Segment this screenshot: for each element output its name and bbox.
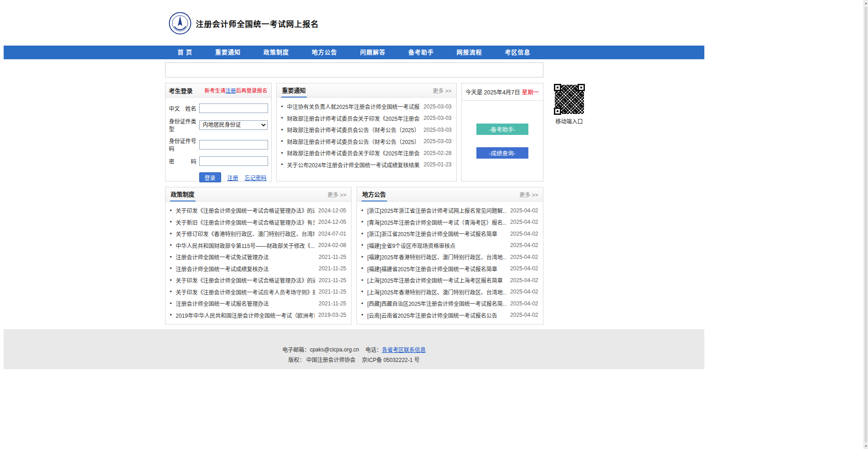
login-form: 中文 姓名 身份证件类型 内地居民身份证 身份证件号码 密 xyxy=(165,98,271,182)
important-notices-header: 重要通知 更多 >> xyxy=(277,83,456,98)
list-item: •[云南]云南省2025年注册会计师全国统一考试报名公告2025-04-02 xyxy=(362,310,538,321)
province-contact-link[interactable]: 各省考区联系信息 xyxy=(382,346,426,353)
main-nav: 首 页 重要通知 政策制度 地方公告 问题解答 备考助手 网报流程 考区信息 xyxy=(4,46,704,59)
list-item: •中注协有关负责人就2025年注册会计师全国统一考试报名相...2025-03-… xyxy=(281,101,452,113)
nav-registration-flow[interactable]: 网报流程 xyxy=(457,46,482,59)
qr-finder-icon xyxy=(554,84,561,91)
announcement-link[interactable]: [福建]福建省2025年注册会计师全国统一考试报名简章 xyxy=(367,265,507,273)
policies-list: •关于印发《注册会计师全国统一考试合格证管理办法》的通知2024-12-05 •… xyxy=(165,201,351,321)
policy-link[interactable]: 关于印发《注册会计师全国统一考试合格证管理办法》的通知 xyxy=(176,206,315,214)
nav-important-notices[interactable]: 重要通知 xyxy=(215,46,241,59)
list-item: •关于印发《注册会计师全国统一考试合格证管理办法》的通知2021-11-25 xyxy=(170,274,346,286)
login-button[interactable]: 登录 xyxy=(199,172,221,182)
important-notices-list: •中注协有关负责人就2025年注册会计师全国统一考试报名相...2025-03-… xyxy=(277,98,456,170)
nav-exam-region-info[interactable]: 考区信息 xyxy=(505,46,530,59)
policy-link[interactable]: 注册会计师全国统一考试报名管理办法 xyxy=(176,299,315,307)
announcement-link[interactable]: [浙江]2025年浙江省注册会计师考试网上报名常见问题解... xyxy=(367,206,507,214)
policy-date: 2021-11-25 xyxy=(319,277,346,284)
bullet-icon: • xyxy=(362,300,367,307)
notice-link[interactable]: 财政部注册会计师考试委员会公告（财考公告〔2025〕1号... xyxy=(287,126,420,134)
policy-link[interactable]: 注册会计师全国统一考试免试管理办法 xyxy=(176,253,315,261)
list-item: •注册会计师全国统一考试免试管理办法2021-11-25 xyxy=(170,251,346,263)
announcement-date: 2025-04-02 xyxy=(510,219,538,225)
announcement-link[interactable]: [西藏]西藏自治区2025年注册会计师全国统一考试报名简... xyxy=(367,299,507,307)
list-item: •2019年中华人民共和国注册会计师全国统一考试（欧洲考区...2019-03-… xyxy=(170,310,346,321)
score-query-button[interactable]: -成绩查询- xyxy=(476,147,528,159)
policy-link[interactable]: 注册会计师全国统一考试成绩复核办法 xyxy=(176,265,315,273)
list-item: •关于印发《注册会计师全国统一考试合格证管理办法》的通知2024-12-05 xyxy=(170,205,346,217)
notice-link[interactable]: 中注协有关负责人就2025年注册会计师全国统一考试报名相... xyxy=(287,103,420,110)
policy-date: 2024-07-01 xyxy=(318,231,346,237)
announcement-link[interactable]: [上海]2025年香港特别行政区、澳门特别行政区、台湾地... xyxy=(367,288,507,296)
policy-link[interactable]: 关于新旧《注册会计师全国统一考试合格证管理办法》有关衔接... xyxy=(176,218,315,226)
bullet-icon: • xyxy=(362,242,367,248)
page-scrollbar[interactable]: ▲ ▼ xyxy=(863,0,868,449)
notice-link[interactable]: 财政部注册会计师考试委员会关于印发《2025年注册会计师... xyxy=(287,114,420,122)
list-item: •[浙江]2025年浙江省注册会计师考试网上报名常见问题解...2025-04-… xyxy=(362,205,538,217)
site-header: 注册会计师全国统一考试网上报名 xyxy=(4,4,704,46)
policy-link[interactable]: 2019年中华人民共和国注册会计师全国统一考试（欧洲考区... xyxy=(176,311,315,319)
local-announcements-more-link[interactable]: 更多 >> xyxy=(519,191,538,198)
nav-faq[interactable]: 问题解答 xyxy=(360,46,386,59)
id-type-select[interactable]: 内地居民身份证 xyxy=(199,120,268,130)
announcement-date: 2025-04-02 xyxy=(510,277,538,284)
bullet-icon: • xyxy=(281,127,287,133)
id-number-input[interactable] xyxy=(199,140,268,150)
email-value: cpaks@cicpa.org.cn xyxy=(310,346,359,353)
announcement-date: 2025-04-02 xyxy=(510,300,538,307)
announcement-link[interactable]: [浙江]浙江省2025年注册会计师全国统一考试报名简章 xyxy=(367,230,507,237)
list-item: •[上海]2025年香港特别行政区、澳门特别行政区、台湾地...2025-04-… xyxy=(362,286,538,298)
nav-exam-helper[interactable]: 备考助手 xyxy=(408,46,434,59)
notice-suffix: 后再登录报名 xyxy=(236,88,268,93)
notice-link[interactable]: 财政部注册会计师考试委员会公告（财考公告〔2025〕2号... xyxy=(287,138,420,145)
list-item: •财政部注册会计师考试委员会公告（财考公告〔2025〕2号...2025-03-… xyxy=(281,136,452,148)
bullet-icon: • xyxy=(281,103,287,110)
policies-more-link[interactable]: 更多 >> xyxy=(327,191,346,198)
policy-link[interactable]: 关于印发《注册会计师全国统一考试应考人员考场守则》的通知 xyxy=(176,288,315,296)
main-content: 考生登录 新考生请注册后再登录报名 中文 姓名 身份证件类型 内地居民身份证 xyxy=(165,62,543,325)
bullet-icon: • xyxy=(170,289,176,295)
nav-policies[interactable]: 政策制度 xyxy=(264,46,289,59)
bullet-icon: • xyxy=(362,312,367,318)
exam-helper-button[interactable]: -备考助手- xyxy=(476,124,528,135)
bullet-icon: • xyxy=(281,138,287,145)
policy-link[interactable]: 中华人民共和国财政部令第115号——财政部关于修改《... xyxy=(176,242,315,249)
scrollbar-up-icon[interactable]: ▲ xyxy=(864,0,868,6)
list-item: •关于印发《注册会计师全国统一考试应考人员考场守则》的通知2021-11-25 xyxy=(170,286,346,298)
bullet-icon: • xyxy=(362,207,367,214)
policy-date: 2024-02-08 xyxy=(318,242,346,248)
notice-date: 2025-03-03 xyxy=(424,127,451,133)
scrollbar-thumb[interactable] xyxy=(864,6,868,443)
announcement-link[interactable]: [福建]全省9个设区市现场资格审核点 xyxy=(367,242,507,249)
policy-link[interactable]: 关于修订印发《香港特别行政区、澳门特别行政区、台湾地区居... xyxy=(176,230,315,237)
list-item: •财政部注册会计师考试委员会关于印发《2025年注册会计师...2025-02-… xyxy=(281,147,452,159)
policy-link[interactable]: 关于印发《注册会计师全国统一考试合格证管理办法》的通知 xyxy=(176,276,315,284)
register-link[interactable]: 注册 xyxy=(227,174,238,181)
bullet-icon: • xyxy=(362,231,367,237)
bullet-icon: • xyxy=(170,300,176,307)
list-item: •[西藏]西藏自治区2025年注册会计师全国统一考试报名简...2025-04-… xyxy=(362,298,538,310)
register-inline-link[interactable]: 注册 xyxy=(226,88,236,93)
scrollbar-down-icon[interactable]: ▼ xyxy=(864,443,868,449)
bullet-icon: • xyxy=(362,265,367,272)
policy-date: 2021-11-25 xyxy=(319,265,346,272)
announcement-link[interactable]: [福建]2025年香港特别行政区、澳门特别行政区、台湾地... xyxy=(367,253,507,261)
today-header: 今天是 2025年4月7日 星期一 xyxy=(462,83,543,101)
list-item: •财政部注册会计师考试委员会关于印发《2025年注册会计师...2025-03-… xyxy=(281,113,452,124)
nav-local-announcements[interactable]: 地方公告 xyxy=(312,46,337,59)
notice-link[interactable]: 关于公布2024年注册会计师全国统一考试成绩复核结果的公... xyxy=(287,161,420,169)
announcement-link[interactable]: [上海]2025年注册会计师全国统一考试上海考区报名简章 xyxy=(367,276,507,284)
page: 注册会计师全国统一考试网上报名 首 页 重要通知 政策制度 地方公告 问题解答 … xyxy=(4,4,704,369)
name-input[interactable] xyxy=(199,103,268,113)
local-announcements-list: •[浙江]2025年浙江省注册会计师考试网上报名常见问题解...2025-04-… xyxy=(357,201,543,321)
announcement-link[interactable]: [青海]2025年注册会计师全国统一考试（青海考区）报名... xyxy=(367,218,507,226)
important-notices-more-link[interactable]: 更多 >> xyxy=(433,87,451,94)
nav-home[interactable]: 首 页 xyxy=(178,46,193,59)
forgot-password-link[interactable]: 忘记密码 xyxy=(245,174,267,181)
email-label: 电子邮箱： xyxy=(282,346,310,353)
announcement-link[interactable]: [云南]云南省2025年注册会计师全国统一考试报名公告 xyxy=(367,311,507,319)
notice-link[interactable]: 财政部注册会计师考试委员会关于印发《2025年注册会计师... xyxy=(287,149,420,157)
notice-date: 2025-03-03 xyxy=(424,138,451,145)
password-input[interactable] xyxy=(199,156,268,166)
bullet-icon: • xyxy=(281,115,287,121)
